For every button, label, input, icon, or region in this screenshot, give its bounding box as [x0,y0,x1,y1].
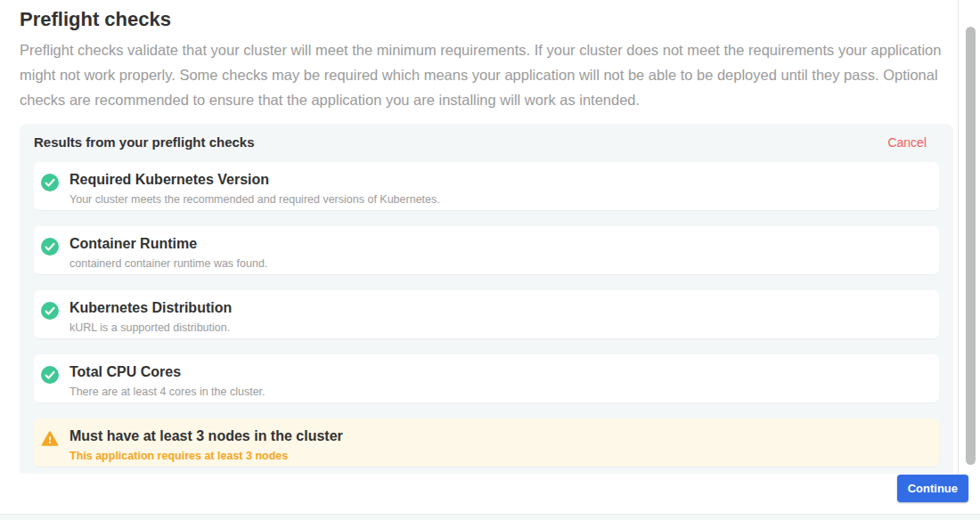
check-message: Your cluster meets the recommended and r… [69,193,440,206]
check-title: Must have at least 3 nodes in the cluste… [69,427,343,444]
page-title: Preflight checks [20,8,958,31]
check-title: Required Kubernetes Version [69,171,440,188]
check-row: Required Kubernetes Version Your cluster… [34,162,939,210]
check-text: Kubernetes Distribution kURL is a suppor… [69,299,232,334]
results-panel-header: Results from your preflight checks Cance… [34,134,939,150]
check-text: Container Runtime containerd container r… [69,235,267,270]
check-row: Container Runtime containerd container r… [34,226,939,274]
check-row: Must have at least 3 nodes in the cluste… [34,418,939,467]
check-text: Must have at least 3 nodes in the cluste… [69,427,343,462]
check-text: Required Kubernetes Version Your cluster… [69,171,440,206]
check-message: kURL is a supported distribution. [69,321,232,334]
check-message: containerd container runtime was found. [69,257,267,270]
page-description: Preflight checks validate that your clus… [20,37,942,112]
check-row: Kubernetes Distribution kURL is a suppor… [34,290,939,338]
cancel-link[interactable]: Cancel [887,135,927,150]
check-circle-icon [41,174,59,191]
check-text: Total CPU Cores There are at least 4 cor… [69,363,265,398]
check-message: This application requires at least 3 nod… [69,450,343,462]
warning-triangle-icon [41,430,59,448]
check-message: There are at least 4 cores in the cluste… [69,386,265,398]
footer-bar: Continue [0,474,980,514]
check-circle-icon [41,366,59,384]
bottom-strip [0,514,980,520]
continue-button[interactable]: Continue [897,475,968,502]
check-row: Total CPU Cores There are at least 4 cor… [34,354,939,402]
check-circle-icon [41,238,59,256]
check-title: Total CPU Cores [69,363,265,380]
check-title: Container Runtime [69,235,267,252]
check-title: Kubernetes Distribution [69,299,232,316]
scroll-content: Preflight checks Preflight checks valida… [0,0,959,474]
checks-list: Required Kubernetes Version Your cluster… [34,162,939,467]
results-heading: Results from your preflight checks [34,134,255,150]
results-panel: Results from your preflight checks Cance… [20,124,953,474]
vertical-scrollbar-thumb[interactable] [966,27,976,465]
check-circle-icon [41,302,59,320]
